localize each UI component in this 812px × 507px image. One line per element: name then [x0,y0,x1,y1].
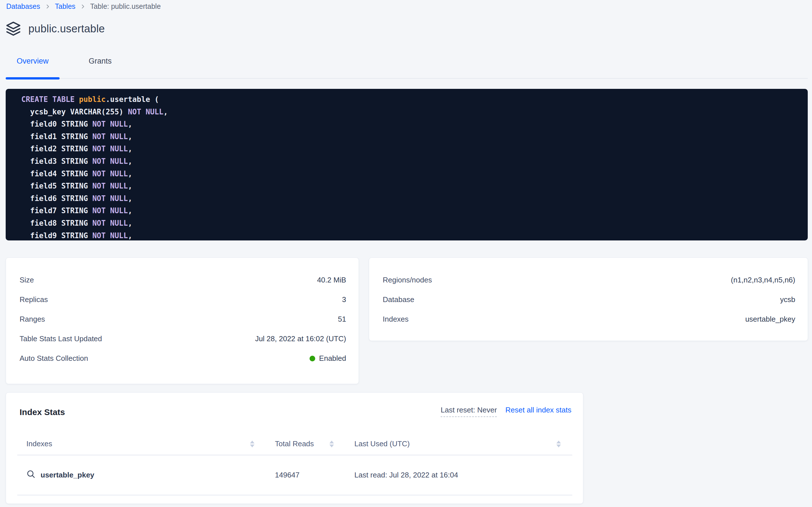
stat-value: 51 [338,315,346,324]
magnifier-icon [26,469,36,481]
status-text: Enabled [319,354,346,363]
stat-label: Auto Stats Collection [19,354,88,363]
reset-index-stats-link[interactable]: Reset all index stats [505,406,571,414]
index-stats-title: Index Stats [19,407,65,417]
sort-icon [329,441,334,447]
page-title: public.usertable [28,23,105,35]
stat-row-indexes: Indexes usertable_pkey [383,309,795,329]
index-stats-card: Index Stats Last reset: Never Reset all … [6,392,583,504]
stat-row-database: Database ycsb [383,290,795,309]
stat-row-size: Size 40.2 MiB [19,270,346,290]
index-name-link[interactable]: usertable_pkey [41,471,94,480]
stat-label: Table Stats Last Updated [19,334,102,343]
stat-label: Ranges [19,315,45,324]
stat-label: Replicas [19,295,48,304]
tab-grants[interactable]: Grants [73,56,127,78]
page-header: public.usertable [6,21,105,36]
index-stats-table: Indexes Total Reads Last Used (UTC) [17,433,572,495]
table-overview-card: Size 40.2 MiB Replicas 3 Ranges 51 Table… [6,258,359,384]
column-header-total-reads[interactable]: Total Reads [266,440,345,448]
tab-bar: Overview Grants [6,56,808,79]
stat-label: Size [19,276,34,284]
stat-value: ycsb [780,295,795,304]
last-used-cell: Last read: Jul 28, 2022 at 16:04 [345,471,572,480]
sort-icon [556,441,561,447]
column-header-last-used[interactable]: Last Used (UTC) [345,440,572,448]
table-row: usertable_pkey 149647 Last read: Jul 28,… [17,455,572,495]
table-details-card: Regions/nodes (n1,n2,n3,n4,n5,n6) Databa… [369,258,808,341]
column-header-indexes[interactable]: Indexes [17,440,266,448]
stat-label: Database [383,295,414,304]
stat-row-regions: Regions/nodes (n1,n2,n3,n4,n5,n6) [383,270,795,290]
layers-icon [6,21,21,36]
status-enabled-dot [310,356,315,361]
stat-value: (n1,n2,n3,n4,n5,n6) [731,276,795,284]
column-label: Indexes [17,440,52,448]
chevron-right-icon [45,4,51,9]
stat-row-replicas: Replicas 3 [19,290,346,309]
breadcrumb-current: Table: public.usertable [90,2,161,10]
create-table-statement[interactable]: CREATE TABLE public.usertable ( ycsb_key… [6,89,808,240]
stat-value: usertable_pkey [745,315,795,324]
column-label: Last Used (UTC) [345,440,410,448]
total-reads-cell: 149647 [266,471,345,480]
column-label: Total Reads [266,440,314,448]
stat-value: 3 [342,295,346,304]
breadcrumb-link-databases[interactable]: Databases [6,2,40,10]
stat-value: Enabled [310,354,346,363]
stat-row-ranges: Ranges 51 [19,309,346,329]
sort-icon [250,441,254,447]
stat-row-auto-stats: Auto Stats Collection Enabled [19,349,346,368]
tab-overview[interactable]: Overview [6,56,60,78]
last-reset-tooltip[interactable]: Last reset: Never [441,406,497,417]
breadcrumb: Databases Tables Table: public.usertable [6,2,161,10]
breadcrumb-link-tables[interactable]: Tables [55,2,75,10]
sql-code: CREATE TABLE public.usertable ( ycsb_key… [6,89,808,240]
chevron-right-icon [80,4,86,9]
stat-label: Indexes [383,315,409,324]
stat-value: Jul 28, 2022 at 16:02 (UTC) [255,334,346,343]
stat-value: 40.2 MiB [317,276,346,284]
stat-label: Regions/nodes [383,276,432,284]
index-name-cell: usertable_pkey [17,469,266,481]
stat-row-stats-updated: Table Stats Last Updated Jul 28, 2022 at… [19,329,346,349]
